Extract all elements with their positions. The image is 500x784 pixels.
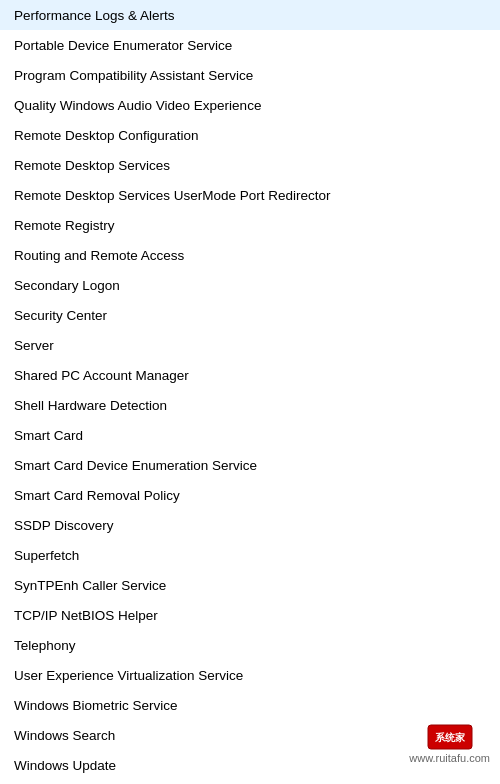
list-item-label: Portable Device Enumerator Service [14, 38, 232, 53]
list-item-label: Telephony [14, 638, 76, 653]
list-item-label: Superfetch [14, 548, 79, 563]
list-item[interactable]: SynTPEnh Caller Service [0, 570, 500, 600]
svg-text:系统家: 系统家 [435, 732, 466, 743]
watermark: 系统家 www.ruitafu.com [409, 722, 490, 764]
list-item-label: Performance Logs & Alerts [14, 8, 175, 23]
list-item-label: Remote Desktop Services [14, 158, 170, 173]
list-item-label: Routing and Remote Access [14, 248, 184, 263]
list-item-label: Secondary Logon [14, 278, 120, 293]
list-item-label: Windows Search [14, 728, 115, 743]
list-item-label: Security Center [14, 308, 107, 323]
watermark-url: www.ruitafu.com [409, 752, 490, 764]
list-item-label: Remote Desktop Configuration [14, 128, 199, 143]
list-item-label: Remote Registry [14, 218, 115, 233]
list-item[interactable]: Smart Card Device Enumeration Service [0, 450, 500, 480]
list-item[interactable]: SSDP Discovery [0, 510, 500, 540]
list-item[interactable]: Security Center [0, 300, 500, 330]
list-item[interactable]: Shared PC Account Manager [0, 360, 500, 390]
list-item[interactable]: TCP/IP NetBIOS Helper [0, 600, 500, 630]
list-item-label: User Experience Virtualization Service [14, 668, 243, 683]
list-item-label: Quality Windows Audio Video Experience [14, 98, 261, 113]
list-item[interactable]: Remote Desktop Configuration [0, 120, 500, 150]
list-item[interactable]: Windows Biometric Service [0, 690, 500, 720]
list-item[interactable]: Remote Registry [0, 210, 500, 240]
list-item[interactable]: Portable Device Enumerator Service [0, 30, 500, 60]
list-item[interactable]: Smart Card [0, 420, 500, 450]
list-item-label: Program Compatibility Assistant Service [14, 68, 253, 83]
services-list-container: Performance Logs & AlertsPortable Device… [0, 0, 500, 784]
list-item[interactable]: Server [0, 330, 500, 360]
list-item[interactable]: Performance Logs & Alerts [0, 0, 500, 30]
list-item-label: Shared PC Account Manager [14, 368, 189, 383]
list-item-label: TCP/IP NetBIOS Helper [14, 608, 158, 623]
list-item[interactable]: Program Compatibility Assistant Service [0, 60, 500, 90]
list-item[interactable]: Quality Windows Audio Video Experience [0, 90, 500, 120]
list-item-label: Smart Card Device Enumeration Service [14, 458, 257, 473]
watermark-icon: 系统家 [425, 722, 475, 752]
list-item-label: Windows Update [14, 758, 116, 773]
list-item[interactable]: Remote Desktop Services [0, 150, 500, 180]
list-item-label: Server [14, 338, 54, 353]
list-item-label: SynTPEnh Caller Service [14, 578, 166, 593]
list-item-label: Shell Hardware Detection [14, 398, 167, 413]
list-item[interactable]: Superfetch [0, 540, 500, 570]
list-item[interactable]: Shell Hardware Detection [0, 390, 500, 420]
list-item[interactable]: Remote Desktop Services UserMode Port Re… [0, 180, 500, 210]
list-item[interactable]: User Experience Virtualization Service [0, 660, 500, 690]
list-item[interactable]: Telephony [0, 630, 500, 660]
list-item-label: Smart Card [14, 428, 83, 443]
list-item-label: Smart Card Removal Policy [14, 488, 180, 503]
list-item[interactable]: Smart Card Removal Policy [0, 480, 500, 510]
list-item-label: Windows Biometric Service [14, 698, 178, 713]
list-item-label: SSDP Discovery [14, 518, 114, 533]
list-item[interactable]: Secondary Logon [0, 270, 500, 300]
list-item-label: Remote Desktop Services UserMode Port Re… [14, 188, 331, 203]
list-item[interactable]: Routing and Remote Access [0, 240, 500, 270]
